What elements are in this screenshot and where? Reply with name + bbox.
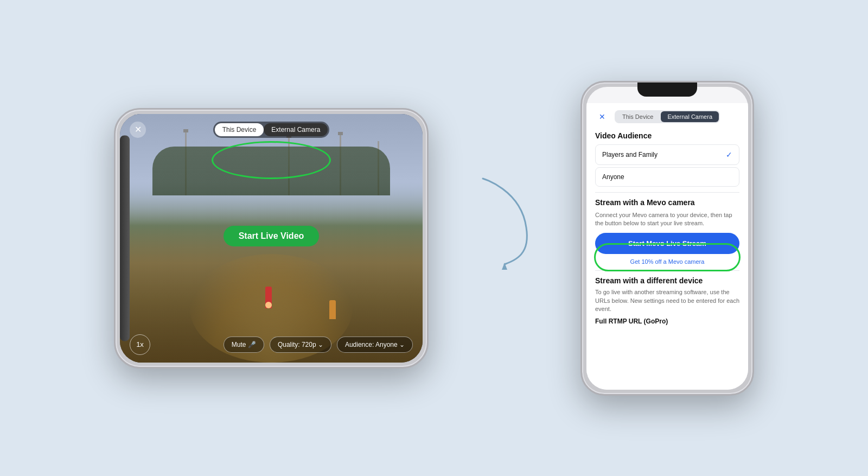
audience-option-players[interactable]: Players and Family ✓ xyxy=(595,144,739,165)
discount-link[interactable]: Get 10% off a Mevo camera xyxy=(595,258,739,265)
portrait-content-area: ✕ This Device External Camera Video Audi… xyxy=(586,103,748,390)
this-device-toggle[interactable]: This Device xyxy=(215,123,264,136)
video-audience-label: Video Audience xyxy=(595,131,739,140)
portrait-close-button[interactable]: ✕ xyxy=(595,110,609,124)
portrait-this-device-btn[interactable]: This Device xyxy=(616,111,660,122)
notch xyxy=(637,82,697,97)
camera-ui: ✕ This Device External Camera Start Live… xyxy=(120,114,423,363)
portrait-external-camera-btn[interactable]: External Camera xyxy=(661,111,719,122)
portrait-camera-toggle[interactable]: This Device External Camera xyxy=(615,110,720,123)
volume-down-button xyxy=(580,195,582,225)
close-x-icon: ✕ xyxy=(599,112,605,121)
top-button xyxy=(181,108,208,110)
quality-button[interactable]: Quality: 720p ⌄ xyxy=(270,337,331,353)
bottom-button xyxy=(335,367,373,369)
external-camera-toggle[interactable]: External Camera xyxy=(264,123,328,136)
selected-checkmark: ✓ xyxy=(726,150,732,159)
portrait-header: ✕ This Device External Camera xyxy=(595,110,739,124)
landscape-screen: ✕ This Device External Camera Start Live… xyxy=(120,114,423,363)
close-icon: ✕ xyxy=(135,124,142,135)
portrait-screen: ✕ This Device External Camera Video Audi… xyxy=(586,87,748,390)
mute-button[interactable]: Mute 🎤 xyxy=(224,337,264,353)
audience-option-anyone[interactable]: Anyone xyxy=(595,167,739,187)
camera-source-toggle[interactable]: This Device External Camera xyxy=(213,122,330,138)
stream-diff-desc: To go live with another streaming softwa… xyxy=(595,288,739,313)
stream-mevo-label: Stream with a Mevo camera xyxy=(595,198,739,207)
audience-players-label: Players and Family xyxy=(602,151,658,158)
phone-landscape-shell: ✕ This Device External Camera Start Live… xyxy=(114,108,429,369)
close-button[interactable]: ✕ xyxy=(130,122,146,138)
audience-button[interactable]: Audience: Anyone ⌄ xyxy=(337,337,413,353)
power-button xyxy=(752,153,754,186)
arrow-svg xyxy=(472,173,537,271)
phone-portrait-shell: ✕ This Device External Camera Video Audi… xyxy=(580,81,754,396)
left-strip xyxy=(120,135,130,341)
phone-landscape: ✕ This Device External Camera Start Live… xyxy=(114,108,429,369)
camera-controls: Mute 🎤 Quality: 720p ⌄ Audience: Anyone … xyxy=(224,337,413,353)
start-mevo-stream-button[interactable]: Start Mevo Live Stream xyxy=(595,233,739,254)
camera-top-bar: ✕ This Device External Camera xyxy=(130,122,413,138)
mute-switch xyxy=(580,137,582,156)
zoom-indicator[interactable]: 1x xyxy=(130,334,150,355)
rtmp-url-label: Full RTMP URL (GoPro) xyxy=(595,318,739,325)
main-scene: ✕ This Device External Camera Start Live… xyxy=(0,0,868,476)
camera-bottom-bar: 1x Mute 🎤 Quality: 720p ⌄ Audience: Anyo… xyxy=(130,334,413,355)
audience-anyone-label: Anyone xyxy=(602,173,624,181)
start-live-video-button[interactable]: Start Live Video xyxy=(224,226,320,246)
arrow-annotation xyxy=(472,173,537,282)
stream-mevo-desc: Connect your Mevo camera to your device,… xyxy=(595,211,739,228)
phone-portrait: ✕ This Device External Camera Video Audi… xyxy=(580,81,754,396)
stream-diff-label: Stream with a different device xyxy=(595,276,739,285)
volume-up-button xyxy=(580,161,582,191)
divider-2 xyxy=(595,270,739,271)
divider-1 xyxy=(595,192,739,193)
